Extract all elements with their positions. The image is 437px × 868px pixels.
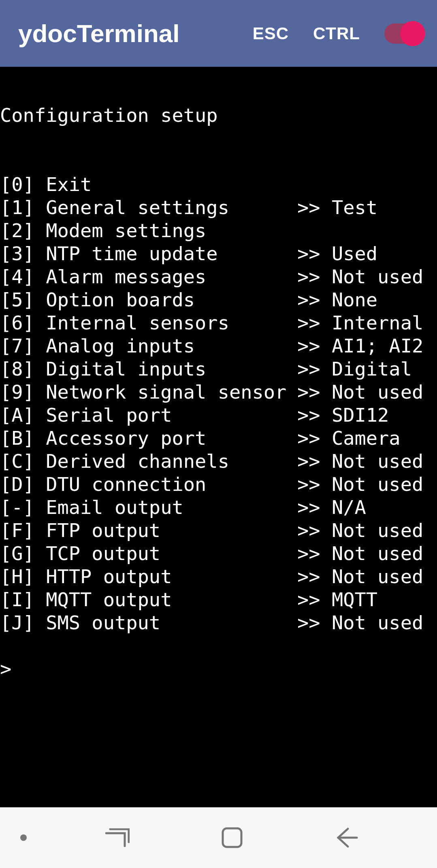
app-title: ydocTerminal	[18, 19, 253, 48]
menu-item-status: >> MQTT	[297, 588, 377, 611]
system-nav-bar	[0, 807, 437, 868]
menu-item: [0] Exit	[0, 173, 437, 196]
menu-item-left: [8] Digital inputs	[0, 357, 297, 380]
terminal-prompt: >	[0, 657, 437, 680]
menu-item-status: >> Not used	[297, 380, 423, 403]
ctrl-button[interactable]: CTRL	[313, 24, 360, 43]
menu-item: [5] Option boards>> None	[0, 288, 437, 311]
menu-item: [F] FTP output>> Not used	[0, 519, 437, 542]
menu-item-status: >> Not used	[297, 542, 423, 565]
menu-item-left: [I] MQTT output	[0, 588, 297, 611]
menu-item-status: >> Not used	[297, 565, 423, 588]
menu-item: [6] Internal sensors>> Internal	[0, 311, 437, 334]
menu-item-status: >> Not used	[297, 473, 423, 496]
menu-item: [1] General settings>> Test	[0, 196, 437, 219]
menu-item-left: [3] NTP time update	[0, 242, 297, 265]
menu-item: [H] HTTP output>> Not used	[0, 565, 437, 588]
menu-item: [2] Modem settings	[0, 219, 437, 242]
menu-item-left: [C] Derived channels	[0, 450, 297, 473]
menu-item-left: [J] SMS output	[0, 611, 297, 634]
home-button[interactable]	[222, 827, 243, 848]
menu-item-status: >> Not used	[297, 519, 423, 542]
menu-item-status: >> SDI12	[297, 403, 389, 427]
menu-item: [7] Analog inputs>> AI1; AI2	[0, 334, 437, 357]
menu-item: [9] Network signal sensor>> Not used	[0, 380, 437, 403]
menu-item-status: >> Digital	[297, 357, 412, 380]
svg-rect-0	[223, 828, 241, 847]
menu-item-status: >> Internal	[297, 311, 423, 334]
menu-item: [C] Derived channels>> Not used	[0, 450, 437, 473]
menu-item-left: [0] Exit	[0, 173, 297, 196]
esc-button[interactable]: ESC	[253, 24, 289, 43]
menu-item: [8] Digital inputs>> Digital	[0, 357, 437, 380]
menu-item-status: >> Camera	[297, 427, 401, 450]
menu-item-status: >> Used	[297, 242, 377, 265]
menu-item-left: [6] Internal sensors	[0, 311, 297, 334]
menu-item: [-] Email output>> N/A	[0, 496, 437, 519]
menu-item-status: >> Not used	[297, 611, 423, 634]
menu-item: [I] MQTT output>> MQTT	[0, 588, 437, 611]
app-bar: ydocTerminal ESC CTRL	[0, 0, 437, 67]
menu-item-status: >> Not used	[297, 450, 423, 473]
menu-item-left: [A] Serial port	[0, 403, 297, 427]
back-button[interactable]	[335, 827, 358, 848]
menu-item-left: [-] Email output	[0, 496, 297, 519]
menu-item-status: >> None	[297, 288, 377, 311]
menu-item-left: [H] HTTP output	[0, 565, 297, 588]
menu-item: [A] Serial port>> SDI12	[0, 403, 437, 427]
menu-item-left: [5] Option boards	[0, 288, 297, 311]
toggle-knob	[400, 21, 425, 46]
menu-item: [J] SMS output>> Not used	[0, 611, 437, 634]
menu-item-status: >> Test	[297, 196, 377, 219]
terminal-title: Configuration setup	[0, 104, 437, 127]
menu-item-left: [B] Accessory port	[0, 427, 297, 450]
menu-item: [D] DTU connection>> Not used	[0, 473, 437, 496]
menu-item: [G] TCP output>> Not used	[0, 542, 437, 565]
menu-item-left: [1] General settings	[0, 196, 297, 219]
menu-item: [4] Alarm messages>> Not used	[0, 265, 437, 288]
menu-item-left: [9] Network signal sensor	[0, 380, 297, 403]
terminal-output[interactable]: Configuration setup [0] Exit[1] General …	[0, 67, 437, 807]
menu-item-left: [7] Analog inputs	[0, 334, 297, 357]
connection-toggle[interactable]	[384, 23, 423, 44]
menu-item-left: [D] DTU connection	[0, 473, 297, 496]
menu-item: [B] Accessory port>> Camera	[0, 427, 437, 450]
menu-item: [3] NTP time update>> Used	[0, 242, 437, 265]
menu-item-left: [G] TCP output	[0, 542, 297, 565]
menu-item-status: >> AI1; AI2	[297, 334, 423, 357]
menu-item-status: >> N/A	[297, 496, 366, 519]
menu-item-left: [F] FTP output	[0, 519, 297, 542]
menu-item-status: >> Not used	[297, 265, 423, 288]
menu-item-left: [2] Modem settings	[0, 219, 297, 242]
nav-dot-icon	[20, 834, 27, 841]
recent-apps-button[interactable]	[105, 828, 130, 847]
menu-item-left: [4] Alarm messages	[0, 265, 297, 288]
